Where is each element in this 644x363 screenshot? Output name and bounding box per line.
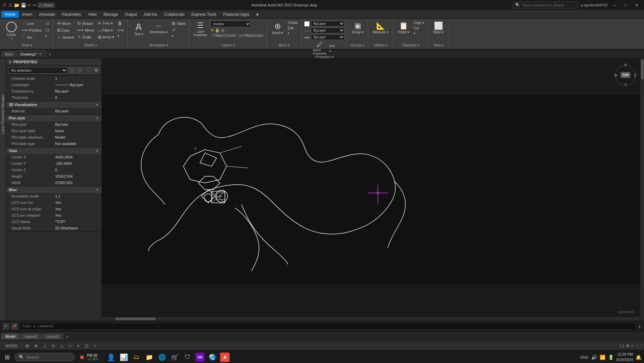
tab-start[interactable]: Start xyxy=(1,51,16,57)
lineweight-dropdown[interactable]: ByLayer xyxy=(311,34,345,40)
model-status-btn[interactable]: MODEL xyxy=(3,343,22,349)
stretch-button[interactable]: ↔ Stretch xyxy=(56,34,76,40)
prop-icon-btn2[interactable]: + xyxy=(77,67,83,74)
speaker-icon[interactable]: 🔊 xyxy=(591,355,597,360)
tab-drawing1-close[interactable]: ✕ xyxy=(39,52,42,57)
erase-button[interactable]: 🗑 xyxy=(116,20,125,27)
menu-insert[interactable]: Insert xyxy=(19,11,36,18)
taskbar-app-chrome[interactable]: 🌏 xyxy=(207,352,217,362)
taskbar-app-autocad[interactable]: A xyxy=(220,353,230,362)
layout-tab-layout1[interactable]: Layout1 xyxy=(20,333,41,339)
canvas-area[interactable]: BX Y N S E W TOP xyxy=(102,59,644,321)
trim-button[interactable]: ✂ Trim ▾ xyxy=(96,20,116,27)
prop-icon-btn1[interactable]: ⬛ xyxy=(69,67,75,74)
circle-dropdown[interactable]: ▾ xyxy=(11,37,12,40)
insert-button[interactable]: ⊕ Insert ▾ xyxy=(270,20,286,36)
prop-icon-btn3[interactable]: - xyxy=(85,67,91,74)
scale-button[interactable]: ⤡ Scale xyxy=(76,34,96,40)
layer-icon3[interactable]: 🖨 xyxy=(220,28,225,33)
more-annot[interactable]: ▾ xyxy=(170,34,187,38)
window-close[interactable]: ✕ xyxy=(632,2,641,8)
layer-icon1[interactable]: ☀ xyxy=(210,28,214,33)
taskbar-app-edge[interactable]: 🌐 xyxy=(157,352,167,362)
cmd-x-btn[interactable]: ✕ xyxy=(3,323,9,329)
listprop-btn[interactable]: List xyxy=(328,43,336,48)
layer-icon4[interactable]: ○ xyxy=(225,28,228,33)
edit-block-btn[interactable]: Edit xyxy=(286,26,299,31)
menu-home[interactable]: Home xyxy=(1,11,19,18)
cmd-pin-btn[interactable]: 📌 xyxy=(11,323,17,329)
taskbar-app-security[interactable]: 🛡 xyxy=(183,352,193,362)
fullscreen-icon[interactable]: ⛶ xyxy=(637,343,641,348)
linetype-dropdown[interactable]: ByLayer xyxy=(311,28,345,33)
cmd-scroll-up[interactable]: ▲ xyxy=(638,324,641,328)
hatch-button[interactable]: ⬡ xyxy=(44,27,51,33)
menu-featured[interactable]: Featured Apps xyxy=(220,11,253,18)
annotation-scale-status[interactable]: 1:1 xyxy=(619,344,625,348)
menu-view[interactable]: View xyxy=(85,11,100,18)
start-button[interactable]: ⊞ xyxy=(3,352,12,362)
tab-add-button[interactable]: + xyxy=(46,50,53,58)
zoom-out-icon[interactable]: - xyxy=(635,343,636,348)
paste-button[interactable]: 📋 Paste ▾ xyxy=(396,20,412,35)
copy-button[interactable]: ⧉ Copy xyxy=(56,27,76,34)
measure-button[interactable]: 📐 Measure ▾ xyxy=(371,20,391,35)
circle-button[interactable]: Circle ▾ xyxy=(3,20,19,41)
rotate-button[interactable]: ↻ Rotate xyxy=(76,20,96,27)
color-dropdown[interactable]: ByLayer xyxy=(311,21,345,27)
fillet-button[interactable]: ⌓ Fillet ▾ xyxy=(96,27,116,34)
layout-tab-layout2[interactable]: Layout2 xyxy=(42,333,63,339)
menu-output[interactable]: Output xyxy=(121,11,140,18)
layout-tab-model[interactable]: Model xyxy=(1,333,19,339)
match-layer-button[interactable]: ⟹ Match Layer xyxy=(238,33,265,38)
clipboard-copy-btn[interactable]: Copy ▾ xyxy=(412,20,426,25)
redo-icon[interactable]: ↪ xyxy=(33,3,36,8)
offset-button[interactable]: ⟾ xyxy=(116,27,125,33)
share-btn[interactable]: ▷ Share xyxy=(38,2,55,8)
misc-header[interactable]: Misc ▼ xyxy=(6,186,102,193)
arc-button[interactable]: ⌒ Arc xyxy=(20,34,43,41)
selection-cycling[interactable]: ⌗ xyxy=(92,343,97,349)
move-button[interactable]: ✛ Move xyxy=(56,20,76,27)
create-block-btn[interactable]: Create xyxy=(286,20,299,25)
open-icon[interactable]: 📂 xyxy=(14,3,19,8)
taskbar-app-user[interactable]: 👤 xyxy=(106,352,116,362)
match-properties-button[interactable]: 🖊 MatchProperties xyxy=(313,41,327,55)
menu-annotate[interactable]: Annotate xyxy=(36,11,58,18)
ribbon-search-input[interactable] xyxy=(522,3,575,7)
network-icon[interactable]: 📶 xyxy=(600,355,605,360)
more-clipboard[interactable]: ▾ xyxy=(412,31,426,36)
rectangle-button[interactable]: ▭ xyxy=(44,20,51,27)
tab-drawing1[interactable]: Drawing1* ✕ xyxy=(16,50,46,58)
snap-icon[interactable]: ⊕ xyxy=(33,343,39,349)
save-icon[interactable]: 💾 xyxy=(21,3,26,8)
more-props[interactable]: ▾ xyxy=(328,49,336,53)
layer-dropdown[interactable]: mview xyxy=(210,21,251,27)
command-input[interactable] xyxy=(20,324,635,329)
prop-icon-btn4[interactable]: ⚙ xyxy=(93,67,99,74)
taskbar-app-store[interactable]: 🛒 xyxy=(170,352,180,362)
vertical-scrollbar[interactable] xyxy=(640,59,644,321)
drawing-canvas[interactable]: BX Y xyxy=(102,59,644,321)
window-maximize[interactable]: □ xyxy=(621,2,630,8)
menu-manage[interactable]: Manage xyxy=(100,11,121,18)
table-button[interactable]: ⊞ Table xyxy=(170,20,187,27)
battery-icon[interactable]: 🔋 xyxy=(608,355,614,360)
layer-icon2[interactable]: 🔒 xyxy=(215,28,220,33)
horizontal-scrollbar[interactable] xyxy=(102,317,640,321)
settings-icon[interactable]: ⚙ xyxy=(626,343,630,348)
menu-addins[interactable]: Add-ins xyxy=(140,11,161,18)
object-track-icon[interactable]: ⟡ xyxy=(68,343,73,349)
selection-dropdown[interactable]: No selection xyxy=(8,67,67,74)
window-minimize[interactable]: ─ xyxy=(610,2,619,8)
menu-more[interactable]: ▾ xyxy=(253,11,262,18)
taskbar-clock[interactable]: 12:58 PM 9/24/2024 xyxy=(616,352,633,362)
notification-btn[interactable]: 🔔 xyxy=(636,355,641,360)
mirror-button[interactable]: ⟺ Mirror xyxy=(76,27,96,33)
taskbar-search[interactable]: 🔍 Search xyxy=(14,353,75,361)
layout-tab-add[interactable]: + xyxy=(64,333,71,340)
taskbar-app-explorer[interactable]: 🗂 xyxy=(131,352,142,362)
polyline-button[interactable]: ⟿ Polyline xyxy=(20,27,43,33)
menu-parametric[interactable]: Parametric xyxy=(58,11,85,18)
dimension-button[interactable]: ↔ Dimension ▾ xyxy=(147,20,170,35)
